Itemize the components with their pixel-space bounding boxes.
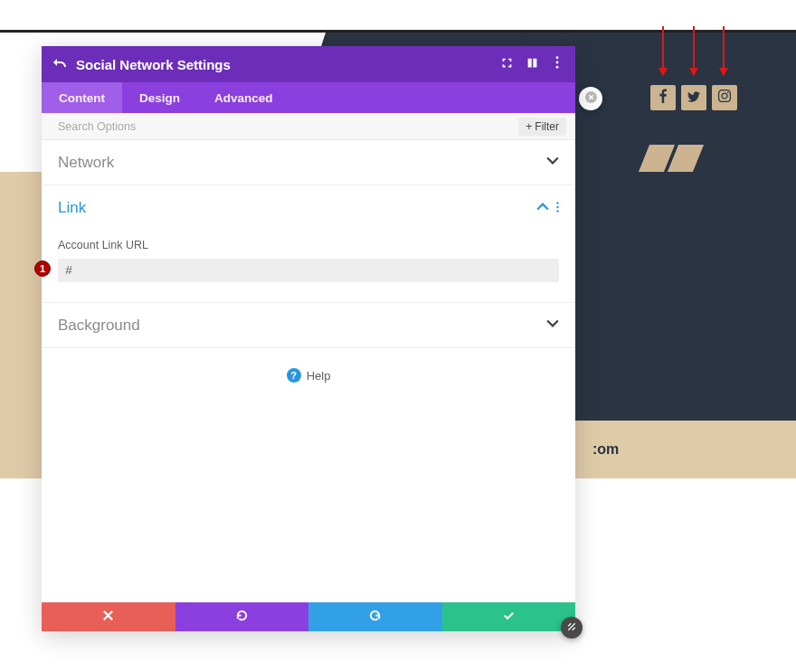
svg-point-0: [556, 56, 559, 59]
filter-label: Filter: [535, 120, 559, 133]
twitter-icon: [687, 90, 700, 106]
svg-point-1: [556, 62, 559, 64]
account-link-url-label: Account Link URL: [58, 239, 559, 251]
annotation-arrow-instagram: [723, 26, 725, 75]
check-icon: [502, 609, 516, 626]
twitter-button[interactable]: [681, 85, 706, 110]
help-label: Help: [307, 369, 331, 383]
annotation-badge-1: 1: [34, 260, 51, 277]
svg-point-3: [556, 202, 558, 203]
kebab-icon: [556, 200, 559, 215]
expand-button[interactable]: [499, 57, 514, 71]
section-link[interactable]: Link: [42, 185, 575, 230]
undo-arrow-icon: [52, 55, 67, 73]
close-icon: [101, 609, 115, 626]
search-row: Search Options + Filter: [42, 113, 575, 140]
undo-icon: [235, 609, 249, 626]
more-options-button[interactable]: [550, 57, 564, 71]
search-input[interactable]: Search Options: [58, 120, 136, 133]
facebook-icon: [659, 89, 668, 107]
resize-handle[interactable]: [561, 617, 583, 639]
resize-diagonal-icon: [566, 620, 577, 636]
settings-modal: Social Network Settings Content Design: [42, 46, 575, 631]
svg-point-4: [556, 205, 558, 207]
facebook-button[interactable]: [650, 85, 676, 110]
redo-icon: [368, 609, 382, 626]
tabs-row: Content Design Advanced: [42, 82, 575, 113]
social-icons-row: [650, 85, 737, 110]
save-button[interactable]: [442, 602, 576, 631]
undo-button[interactable]: [175, 602, 309, 631]
section-link-title: Link: [58, 199, 86, 217]
section-link-body: Account Link URL 1: [42, 230, 575, 303]
instagram-icon: [718, 90, 731, 106]
background-tan-left: [0, 172, 45, 421]
quote-decoration: [644, 145, 698, 172]
section-network-title: Network: [58, 154, 114, 172]
modal-close-button-outer[interactable]: [579, 87, 602, 110]
svg-point-5: [556, 210, 558, 212]
tab-design[interactable]: Design: [122, 82, 197, 113]
chevron-down-icon: [546, 153, 559, 172]
footer-email-fragment: :om: [592, 441, 619, 458]
section-link-options[interactable]: [556, 200, 559, 216]
help-icon: ?: [287, 368, 301, 383]
kebab-icon: [555, 56, 559, 72]
filter-button[interactable]: + Filter: [518, 118, 566, 136]
back-button[interactable]: [52, 57, 67, 71]
chevron-down-icon: [546, 316, 559, 335]
tab-advanced[interactable]: Advanced: [197, 82, 290, 113]
modal-header: Social Network Settings: [42, 46, 575, 82]
chevron-up-icon: [536, 198, 549, 217]
split-view-button[interactable]: [525, 57, 539, 71]
section-background[interactable]: Background: [42, 303, 575, 348]
expand-icon: [501, 56, 513, 72]
svg-point-2: [556, 66, 559, 69]
cancel-button[interactable]: [42, 602, 175, 631]
section-network[interactable]: Network: [42, 140, 575, 185]
annotation-arrow-facebook: [662, 26, 664, 75]
modal-title: Social Network Settings: [76, 57, 231, 72]
close-icon: [585, 90, 597, 107]
account-link-url-input[interactable]: [58, 259, 559, 282]
redo-button[interactable]: [308, 602, 442, 631]
instagram-button[interactable]: [712, 85, 737, 110]
columns-icon: [526, 56, 538, 72]
plus-icon: +: [526, 120, 532, 133]
tab-content[interactable]: Content: [42, 82, 122, 113]
annotation-arrow-twitter: [693, 26, 695, 75]
help-row[interactable]: ? Help: [42, 348, 575, 402]
action-bar: [42, 602, 575, 631]
section-background-title: Background: [58, 317, 140, 335]
